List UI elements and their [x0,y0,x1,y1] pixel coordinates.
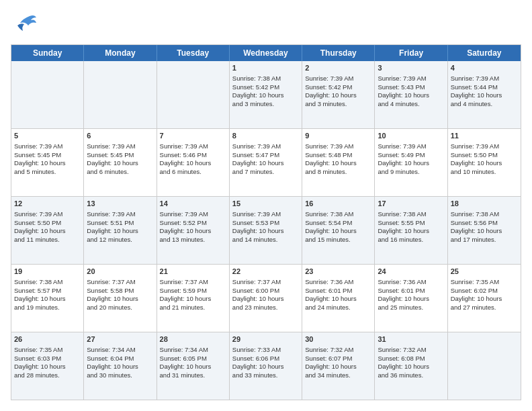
calendar-row-1: 5Sunrise: 7:39 AM Sunset: 5:45 PM Daylig… [11,129,521,197]
header-day-saturday: Saturday [448,45,521,61]
day-number: 13 [87,199,153,209]
day-info: Sunrise: 7:34 AM Sunset: 6:04 PM Dayligh… [87,346,138,379]
day-number: 23 [305,267,371,277]
header-day-tuesday: Tuesday [157,45,230,61]
day-number: 9 [305,131,371,141]
day-info: Sunrise: 7:39 AM Sunset: 5:49 PM Dayligh… [378,142,429,175]
header-day-thursday: Thursday [302,45,375,61]
day-info: Sunrise: 7:39 AM Sunset: 5:50 PM Dayligh… [14,210,66,243]
day-number: 2 [305,63,371,73]
page: SundayMondayTuesdayWednesdayThursdayFrid… [0,0,532,411]
day-info: Sunrise: 7:38 AM Sunset: 5:54 PM Dayligh… [305,210,357,243]
day-number: 19 [14,267,81,277]
day-info: Sunrise: 7:39 AM Sunset: 5:45 PM Dayligh… [87,142,138,175]
calendar-row-0: 1Sunrise: 7:38 AM Sunset: 5:42 PM Daylig… [11,61,521,129]
day-number: 31 [378,334,444,345]
day-info: Sunrise: 7:39 AM Sunset: 5:43 PM Dayligh… [378,75,429,107]
calendar-cell: 24Sunrise: 7:36 AM Sunset: 6:01 PM Dayli… [375,265,447,332]
day-number: 1 [232,63,299,73]
calendar-cell: 28Sunrise: 7:34 AM Sunset: 6:05 PM Dayli… [157,332,230,400]
day-info: Sunrise: 7:35 AM Sunset: 6:02 PM Dayligh… [451,278,502,311]
calendar-cell: 8Sunrise: 7:39 AM Sunset: 5:47 PM Daylig… [230,129,302,196]
day-number: 16 [305,199,371,209]
calendar-row-3: 19Sunrise: 7:38 AM Sunset: 5:57 PM Dayli… [11,265,521,332]
calendar-cell: 29Sunrise: 7:33 AM Sunset: 6:06 PM Dayli… [230,332,302,400]
calendar-cell: 15Sunrise: 7:39 AM Sunset: 5:53 PM Dayli… [230,197,302,264]
day-number: 22 [232,267,299,277]
calendar-cell: 21Sunrise: 7:37 AM Sunset: 5:59 PM Dayli… [157,265,230,332]
day-info: Sunrise: 7:38 AM Sunset: 5:55 PM Dayligh… [378,210,429,243]
day-info: Sunrise: 7:38 AM Sunset: 5:57 PM Dayligh… [14,278,66,311]
calendar-cell: 22Sunrise: 7:37 AM Sunset: 6:00 PM Dayli… [230,265,302,332]
day-number: 11 [451,131,518,141]
day-number: 17 [378,199,444,209]
header-day-friday: Friday [375,45,447,61]
day-info: Sunrise: 7:36 AM Sunset: 6:01 PM Dayligh… [378,278,429,311]
calendar-cell: 12Sunrise: 7:39 AM Sunset: 5:50 PM Dayli… [11,197,84,264]
calendar-cell: 13Sunrise: 7:39 AM Sunset: 5:51 PM Dayli… [84,197,157,264]
day-number: 15 [232,199,299,209]
day-info: Sunrise: 7:37 AM Sunset: 5:58 PM Dayligh… [87,278,138,311]
calendar: SundayMondayTuesdayWednesdayThursdayFrid… [11,44,521,400]
day-number: 26 [14,334,81,345]
calendar-cell: 6Sunrise: 7:39 AM Sunset: 5:45 PM Daylig… [84,129,157,196]
calendar-cell: 26Sunrise: 7:35 AM Sunset: 6:03 PM Dayli… [11,332,84,400]
day-info: Sunrise: 7:39 AM Sunset: 5:51 PM Dayligh… [87,210,138,243]
day-info: Sunrise: 7:39 AM Sunset: 5:50 PM Dayligh… [451,142,502,175]
calendar-cell [448,332,521,400]
day-info: Sunrise: 7:33 AM Sunset: 6:06 PM Dayligh… [232,346,284,379]
day-info: Sunrise: 7:39 AM Sunset: 5:48 PM Dayligh… [305,142,357,175]
day-info: Sunrise: 7:39 AM Sunset: 5:46 PM Dayligh… [160,142,212,175]
day-number: 20 [87,267,153,277]
calendar-cell: 14Sunrise: 7:39 AM Sunset: 5:52 PM Dayli… [157,197,230,264]
day-number: 5 [14,131,81,141]
header [11,11,521,38]
day-info: Sunrise: 7:39 AM Sunset: 5:42 PM Dayligh… [305,75,357,107]
day-number: 7 [160,131,226,141]
header-day-sunday: Sunday [11,45,84,61]
calendar-cell: 18Sunrise: 7:38 AM Sunset: 5:56 PM Dayli… [448,197,521,264]
calendar-cell: 11Sunrise: 7:39 AM Sunset: 5:50 PM Dayli… [448,129,521,196]
day-number: 14 [160,199,226,209]
calendar-cell: 2Sunrise: 7:39 AM Sunset: 5:42 PM Daylig… [302,61,375,128]
day-number: 27 [87,334,153,345]
day-number: 25 [451,267,518,277]
calendar-row-2: 12Sunrise: 7:39 AM Sunset: 5:50 PM Dayli… [11,197,521,265]
calendar-cell: 31Sunrise: 7:32 AM Sunset: 6:08 PM Dayli… [375,332,447,400]
day-info: Sunrise: 7:32 AM Sunset: 6:08 PM Dayligh… [378,346,429,379]
day-number: 18 [451,199,518,209]
calendar-cell [157,61,230,128]
day-number: 3 [378,63,444,73]
logo-icon [11,11,38,38]
day-number: 4 [451,63,518,73]
day-info: Sunrise: 7:32 AM Sunset: 6:07 PM Dayligh… [305,346,357,379]
calendar-row-4: 26Sunrise: 7:35 AM Sunset: 6:03 PM Dayli… [11,332,521,400]
day-info: Sunrise: 7:36 AM Sunset: 6:01 PM Dayligh… [305,278,357,311]
day-info: Sunrise: 7:39 AM Sunset: 5:53 PM Dayligh… [232,210,284,243]
day-number: 28 [160,334,226,345]
day-info: Sunrise: 7:39 AM Sunset: 5:45 PM Dayligh… [14,142,66,175]
calendar-cell: 16Sunrise: 7:38 AM Sunset: 5:54 PM Dayli… [302,197,375,264]
day-info: Sunrise: 7:38 AM Sunset: 5:42 PM Dayligh… [232,75,284,107]
calendar-cell: 27Sunrise: 7:34 AM Sunset: 6:04 PM Dayli… [84,332,157,400]
calendar-cell: 17Sunrise: 7:38 AM Sunset: 5:55 PM Dayli… [375,197,447,264]
calendar-cell: 30Sunrise: 7:32 AM Sunset: 6:07 PM Dayli… [302,332,375,400]
day-info: Sunrise: 7:39 AM Sunset: 5:47 PM Dayligh… [232,142,284,175]
day-number: 6 [87,131,153,141]
day-info: Sunrise: 7:38 AM Sunset: 5:56 PM Dayligh… [451,210,502,243]
calendar-cell: 1Sunrise: 7:38 AM Sunset: 5:42 PM Daylig… [230,61,302,128]
day-number: 30 [305,334,371,345]
day-info: Sunrise: 7:35 AM Sunset: 6:03 PM Dayligh… [14,346,66,379]
day-info: Sunrise: 7:37 AM Sunset: 5:59 PM Dayligh… [160,278,212,311]
logo [11,11,40,38]
calendar-cell [11,61,84,128]
header-day-wednesday: Wednesday [230,45,302,61]
calendar-cell: 19Sunrise: 7:38 AM Sunset: 5:57 PM Dayli… [11,265,84,332]
day-info: Sunrise: 7:37 AM Sunset: 6:00 PM Dayligh… [232,278,284,311]
calendar-body: 1Sunrise: 7:38 AM Sunset: 5:42 PM Daylig… [11,61,521,400]
calendar-cell: 3Sunrise: 7:39 AM Sunset: 5:43 PM Daylig… [375,61,447,128]
calendar-cell: 7Sunrise: 7:39 AM Sunset: 5:46 PM Daylig… [157,129,230,196]
calendar-header: SundayMondayTuesdayWednesdayThursdayFrid… [11,45,521,61]
day-number: 24 [378,267,444,277]
header-day-monday: Monday [84,45,157,61]
